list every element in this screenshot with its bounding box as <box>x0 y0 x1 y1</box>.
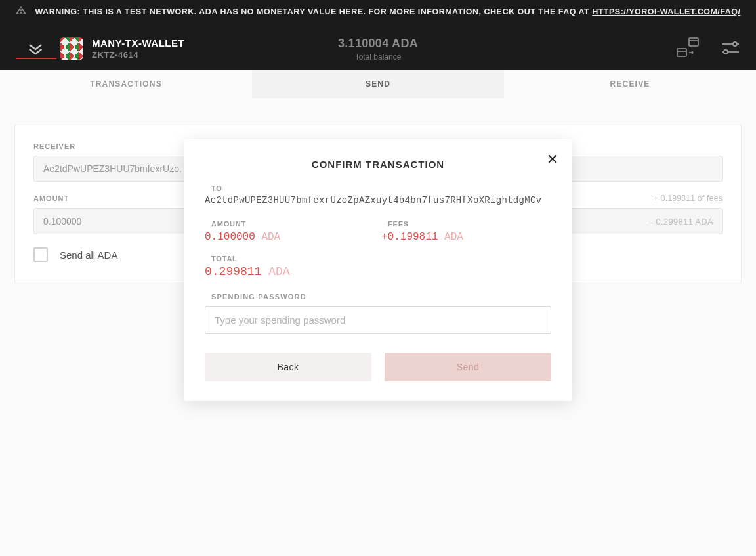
close-icon[interactable] <box>546 152 559 168</box>
test-network-warning-banner: WARNING: THIS IS A TEST NETWORK. ADA HAS… <box>0 0 756 28</box>
to-label: TO <box>211 184 551 192</box>
balance-display: 3.110004 ADA Total balance <box>338 37 418 62</box>
settings-icon[interactable] <box>721 40 740 58</box>
wallet-tabs: TRANSACTIONS SEND RECEIVE <box>0 70 756 98</box>
modal-fees-suffix: ADA <box>438 231 463 243</box>
logo-active-indicator <box>16 58 56 59</box>
wallet-id: ZKTZ-4614 <box>92 50 184 61</box>
wallet-avatar-icon <box>60 37 83 60</box>
modal-amount-label: AMOUNT <box>211 220 375 228</box>
modal-amount-suffix: ADA <box>255 231 280 243</box>
wallet-name: MANY-TX-WALLET <box>92 37 184 50</box>
warning-text: WARNING: THIS IS A TEST NETWORK. ADA HAS… <box>35 7 593 16</box>
svg-point-9 <box>724 50 728 54</box>
back-button[interactable]: Back <box>205 353 371 381</box>
svg-point-7 <box>733 42 737 46</box>
tab-transactions[interactable]: TRANSACTIONS <box>0 70 252 98</box>
send-all-label: Send all ADA <box>60 249 117 261</box>
svg-point-1 <box>20 12 21 13</box>
send-button[interactable]: Send <box>385 353 551 381</box>
wallet-selector[interactable]: MANY-TX-WALLET ZKTZ-4614 <box>60 37 184 60</box>
confirm-transaction-modal: CONFIRM TRANSACTION TO Ae2tdPwUPEZ3HUU7b… <box>184 139 572 401</box>
modal-title: CONFIRM TRANSACTION <box>205 159 551 170</box>
modal-total-suffix: ADA <box>261 265 289 278</box>
amount-total-hint: = 0.299811 ADA <box>648 217 713 226</box>
modal-total-value: 0.299811 <box>205 265 261 278</box>
balance-amount: 3.110004 ADA <box>338 37 418 51</box>
spending-password-input[interactable] <box>205 306 551 334</box>
tab-send[interactable]: SEND <box>252 70 504 98</box>
to-address: Ae2tdPwUPEZ3HUU7bmfexrUzoZpAZxuyt4b4bn7f… <box>205 195 551 205</box>
fees-hint: + 0.199811 of fees <box>654 194 723 203</box>
svg-rect-2 <box>689 38 698 46</box>
svg-rect-4 <box>677 49 686 56</box>
modal-fees-label: FEES <box>388 220 551 228</box>
tab-receive[interactable]: RECEIVE <box>504 70 756 98</box>
warning-icon <box>16 5 26 20</box>
faq-link[interactable]: HTTPS://YOROI-WALLET.COM/FAQ/ <box>592 7 740 16</box>
modal-fees-value: +0.199811 <box>381 231 438 243</box>
amount-label: AMOUNT <box>33 194 69 202</box>
modal-amount-value: 0.100000 <box>205 231 255 243</box>
transfer-icon[interactable] <box>675 37 701 62</box>
app-header: MANY-TX-WALLET ZKTZ-4614 3.110004 ADA To… <box>0 28 756 70</box>
balance-label: Total balance <box>338 53 418 62</box>
spending-password-label: SPENDING PASSWORD <box>211 293 551 301</box>
modal-total-label: TOTAL <box>211 255 551 263</box>
send-all-checkbox[interactable] <box>33 247 48 262</box>
app-logo[interactable] <box>16 40 55 58</box>
